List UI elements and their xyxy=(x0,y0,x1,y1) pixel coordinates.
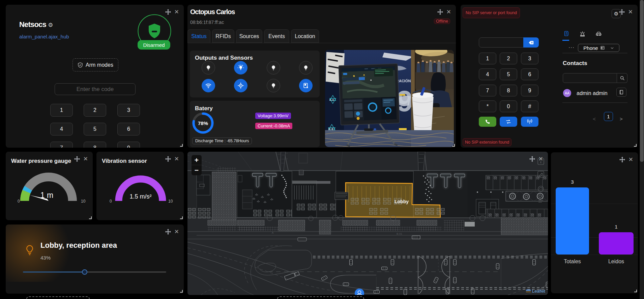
svg-text:0: 0 xyxy=(110,199,112,203)
svg-text:10: 10 xyxy=(81,199,86,203)
svg-text:1.5 m/s²: 1.5 m/s² xyxy=(129,193,151,200)
svg-text:10: 10 xyxy=(168,199,173,203)
svg-text:78%: 78% xyxy=(198,120,208,126)
svg-text:B-01: B-01 xyxy=(397,232,402,235)
svg-text:K-9: K-9 xyxy=(329,98,334,101)
svg-text:0: 0 xyxy=(18,199,20,203)
svg-text:1 m: 1 m xyxy=(40,191,53,200)
svg-text:Lobby: Lobby xyxy=(394,199,409,204)
